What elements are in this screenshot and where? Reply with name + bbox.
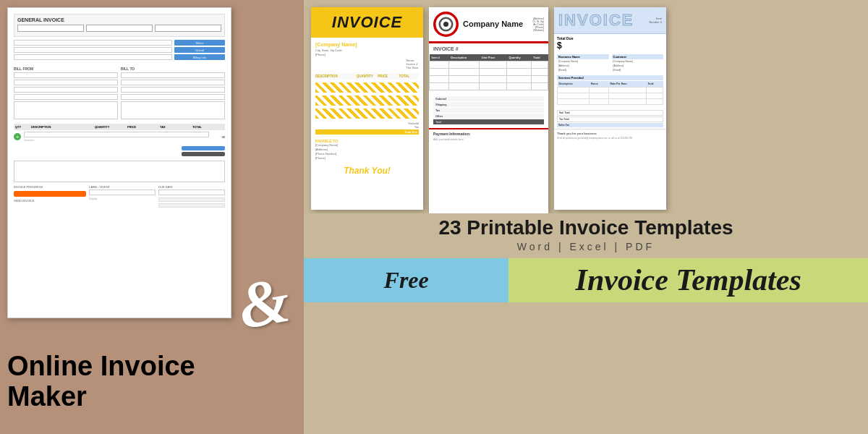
- other-row: Other: [433, 114, 544, 119]
- svc-total-col: Total: [646, 81, 663, 88]
- col-item: Item #: [430, 54, 449, 61]
- printable-section: 23 Printable Invoice Templates Word | Ex…: [304, 213, 868, 255]
- line-item-1: [24, 132, 209, 137]
- free-box: Free: [304, 258, 509, 302]
- services-provided-label: Services Provided: [557, 75, 663, 80]
- invoice-mockup: GENERAL INVOICE Select Upload Billing In…: [7, 7, 231, 318]
- printable-title: 23 Printable Invoice Templates: [315, 217, 857, 239]
- right-section: INVOICE [Company Name] City, State, Zip …: [304, 0, 868, 434]
- blue-total-area: Total Due $: [554, 34, 666, 53]
- svc-row: [558, 99, 663, 105]
- col-qty: Quantity: [506, 54, 531, 61]
- yellow-desc-col: DESCRIPTION: [315, 75, 355, 78]
- online-invoice-title: Online Invoice Maker: [7, 352, 195, 412]
- blue-header: INVOICE Item Number #: [554, 7, 666, 34]
- from-field-1: [14, 72, 118, 78]
- mockup-title: GENERAL INVOICE: [17, 17, 221, 22]
- svc-rate-col: Rate Per Hour: [609, 81, 647, 88]
- yellow-date-field: The Date:: [406, 66, 419, 69]
- blue-invoice-title: INVOICE: [558, 11, 634, 30]
- from-textarea: [14, 101, 118, 119]
- from-field-2: [14, 80, 118, 85]
- customer-label: Customer: [612, 54, 664, 59]
- blue-thank-you: Thank you for your business: [557, 132, 663, 135]
- left-section: GENERAL INVOICE Select Upload Billing In…: [0, 0, 304, 434]
- payment-info: Payment Information:: [429, 128, 548, 138]
- free-label: Free: [384, 267, 429, 294]
- col-desc: Description: [448, 54, 480, 61]
- yellow-table-headers: DESCRIPTION QUANTITY PRICE TOTAL: [315, 73, 419, 80]
- table-row: [430, 69, 548, 76]
- yellow-field-1: City, State, Zip Code: [315, 48, 419, 52]
- table-row: [430, 76, 548, 83]
- line-items-desc-header: DESCRIPTION: [31, 125, 93, 129]
- yellow-payable-company: [Company Name]: [315, 143, 419, 147]
- svc-hours-col: Hours: [590, 81, 609, 88]
- yellow-company-name: [Company Name]: [315, 42, 419, 47]
- yellow-payable-phone2: [Phone]: [315, 156, 419, 160]
- tax-row: Tax: [433, 108, 544, 113]
- yellow-payable-address: [Address]: [315, 148, 419, 151]
- company-table: Item # Description Unit Price Quantity T…: [429, 54, 548, 90]
- mockup-field-2: [14, 47, 172, 53]
- mockup-field-1: [14, 40, 172, 46]
- label-event-field[interactable]: [89, 190, 156, 195]
- yellow-invoice-title: INVOICE: [317, 13, 417, 32]
- total-final: Sales Tax: [557, 123, 663, 127]
- yellow-total-area: Subtotal Tax Total Due: [315, 122, 419, 135]
- bottom-left-text: Online Invoice Maker: [7, 352, 195, 412]
- sub-total-btn[interactable]: [182, 146, 225, 150]
- yellow-template: INVOICE [Company Name] City, State, Zip …: [311, 7, 423, 210]
- yellow-item-2: [315, 95, 419, 106]
- line-items-qty-header: QTY: [15, 125, 30, 129]
- total-btn[interactable]: [182, 152, 225, 156]
- yellow-price-col: PRICE: [378, 75, 397, 78]
- templates-row: INVOICE [Company Name] City, State, Zip …: [304, 0, 868, 217]
- yellow-item-1: [315, 82, 419, 93]
- from-field-3: [14, 87, 118, 93]
- payment-text: Add your bank details here: [429, 138, 548, 141]
- formats-subtitle: Word | Excel | PDF: [315, 241, 857, 252]
- yellow-header: INVOICE: [311, 7, 423, 38]
- subtotal-section: Subtotal Shipping Tax Other Total: [429, 93, 548, 128]
- shipping-row: Shipping: [433, 102, 544, 107]
- yellow-total-col: TOTAL: [399, 75, 419, 78]
- table-row: [430, 61, 548, 69]
- company-template: Company Name [Address] Ct. St. Zip An Co…: [429, 7, 548, 213]
- services-table: Description Hours Rate Per Hour Total: [557, 81, 663, 105]
- yellow-payable-phone: [Phone Number]: [315, 152, 419, 156]
- blue-template: INVOICE Item Number # Total Due $ Busine…: [554, 7, 666, 210]
- to-field-1: [121, 72, 225, 78]
- yellow-body: [Company Name] City, State, Zip Code [Ph…: [311, 38, 423, 180]
- sub-total-1: Sub Total: [557, 110, 663, 116]
- mockup-select-3[interactable]: [155, 25, 221, 32]
- invoice-num: INVOICE #: [429, 43, 548, 54]
- add-line-btn[interactable]: +: [14, 133, 21, 140]
- blue-totals: Sub Total Tax Total Sales Tax: [554, 109, 666, 129]
- company-header: Company Name [Address] Ct. St. Zip An Co…: [429, 7, 548, 43]
- subtotal-row: Subtotal: [433, 96, 544, 101]
- yellow-total-due: Total Due: [315, 129, 419, 135]
- company-logo: [433, 12, 459, 37]
- yellow-field-phone: [Phone]: [315, 53, 419, 56]
- due-line-1: [158, 197, 225, 202]
- blue-bill-section: Business Name [Company Name] [Address] […: [554, 53, 666, 74]
- progress-label: INVOICE PROGRESS: [14, 185, 86, 189]
- to-textarea: [121, 101, 225, 119]
- due-date-field[interactable]: [158, 190, 225, 195]
- company-contact: [Address] Ct. St. Zip An Code) [Phone] […: [523, 17, 544, 32]
- svc-row: [558, 93, 663, 99]
- mockup-select-1[interactable]: [17, 25, 84, 32]
- bill-from-label: BILL FROM: [14, 67, 118, 71]
- notes-field: [14, 161, 225, 182]
- svc-desc-col: Description: [558, 81, 590, 88]
- submit-btn[interactable]: SEND INVOICE: [14, 199, 86, 203]
- due-line-2: [158, 203, 225, 208]
- blue-comment: Send all questions to goodmail@companyna…: [557, 137, 663, 140]
- col-unit-price: Unit Price: [480, 54, 507, 61]
- mockup-select-2[interactable]: [86, 25, 153, 32]
- free-templates-section: Free Invoice Templates: [304, 258, 868, 302]
- yellow-qty-col: QUANTITY: [357, 75, 376, 78]
- business-name-label: Business Name: [557, 54, 609, 59]
- main-container: GENERAL INVOICE Select Upload Billing In…: [0, 0, 868, 434]
